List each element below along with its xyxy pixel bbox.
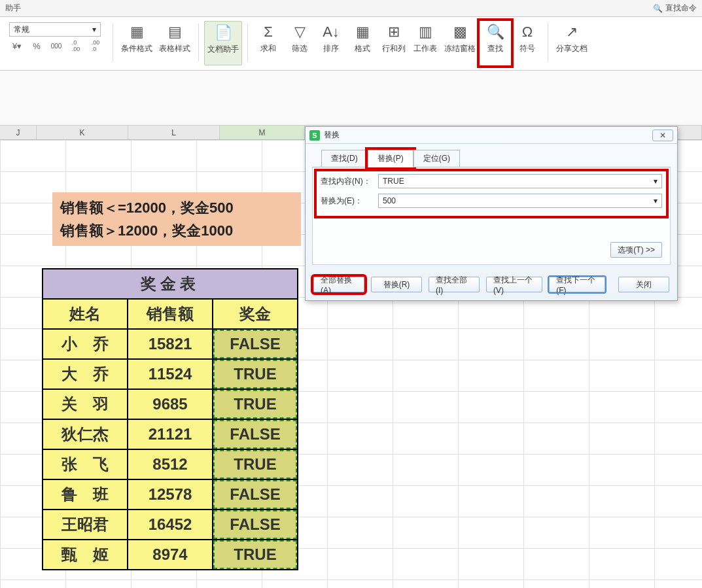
close-button[interactable]: ✕ bbox=[652, 130, 673, 141]
col-header-M[interactable]: M bbox=[220, 126, 305, 139]
col-header-J[interactable]: J bbox=[0, 126, 37, 139]
rule-line-2: 销售额＞12000，奖金1000 bbox=[60, 219, 293, 242]
tab-find[interactable]: 查找(D) bbox=[321, 150, 368, 167]
symbol-label: 符号 bbox=[519, 43, 535, 54]
cell-name[interactable]: 甄 姬 bbox=[43, 540, 128, 570]
format-button[interactable]: ▦ 格式 bbox=[347, 21, 377, 65]
find-button[interactable]: 🔍 查找 bbox=[480, 21, 511, 65]
cell-bonus[interactable]: TRUE bbox=[213, 389, 298, 419]
sort-label: 排序 bbox=[323, 43, 339, 54]
sort-button[interactable]: A↓ 排序 bbox=[316, 21, 346, 65]
conditional-format-label: 条件格式 bbox=[121, 43, 152, 54]
cell-bonus[interactable]: TRUE bbox=[213, 540, 298, 570]
replace-button[interactable]: 替换(R) bbox=[371, 277, 422, 292]
cell-bonus[interactable]: FALSE bbox=[213, 419, 298, 449]
cell-name[interactable]: 王昭君 bbox=[43, 510, 128, 540]
freeze-icon: ▩ bbox=[449, 22, 470, 42]
table-row: 王昭君 16452 FALSE bbox=[43, 510, 298, 540]
tab-goto[interactable]: 定位(G) bbox=[413, 150, 460, 167]
percent-button[interactable]: % bbox=[29, 39, 44, 52]
dialog-body: 查找内容(N)： TRUE ▾ 替换为(E)： 500 ▾ 选项(T) >> bbox=[312, 167, 671, 265]
dialog-actions: 全部替换(A) 替换(R) 查找全部(I) 查找上一个(V) 查找下一个(F) … bbox=[306, 270, 677, 300]
conditional-format-button[interactable]: ▦ 条件格式 bbox=[118, 21, 155, 65]
filter-label: 筛选 bbox=[292, 43, 307, 54]
cell-sales[interactable]: 15821 bbox=[128, 329, 213, 359]
cell-bonus[interactable]: FALSE bbox=[213, 329, 298, 359]
cell-sales[interactable]: 16452 bbox=[128, 510, 213, 540]
find-prev-button[interactable]: 查找上一个(V) bbox=[486, 277, 542, 292]
tab-replace[interactable]: 替换(P) bbox=[368, 150, 413, 167]
number-format-group: 常规 ▾ ¥▾ % 000 .0.00 .00.0 bbox=[5, 21, 107, 54]
cell-name[interactable]: 狄仁杰 bbox=[43, 419, 128, 449]
cell-name[interactable]: 张 飞 bbox=[43, 449, 128, 479]
replace-input[interactable]: 500 ▾ bbox=[378, 194, 662, 208]
cell-sales[interactable]: 8974 bbox=[128, 540, 213, 570]
title-bar: 助手 🔍 直找命令 bbox=[0, 0, 702, 17]
sum-icon: Σ bbox=[258, 22, 279, 42]
cell-bonus[interactable]: FALSE bbox=[213, 510, 298, 540]
find-all-button[interactable]: 查找全部(I) bbox=[429, 277, 480, 292]
replace-row: 替换为(E)： 500 ▾ bbox=[321, 194, 662, 208]
dialog-titlebar[interactable]: S 替换 ✕ bbox=[306, 127, 677, 144]
currency-button[interactable]: ¥▾ bbox=[9, 39, 25, 52]
ribbon: 常规 ▾ ¥▾ % 000 .0.00 .00.0 ▦ 条件格式 ▤ 表格样式 … bbox=[0, 17, 702, 71]
thousands-button[interactable]: 000 bbox=[48, 39, 64, 52]
col-header-L[interactable]: L bbox=[128, 126, 220, 139]
rules-banner: 销售额＜=12000，奖金500 销售额＞12000，奖金1000 bbox=[52, 192, 301, 246]
titlebar-left: 助手 bbox=[5, 3, 21, 14]
separator bbox=[548, 24, 548, 61]
header-sales: 销售额 bbox=[128, 299, 213, 329]
cell-name[interactable]: 小 乔 bbox=[43, 329, 128, 359]
find-row: 查找内容(N)： TRUE ▾ bbox=[321, 174, 662, 188]
cell-name[interactable]: 鲁 班 bbox=[43, 479, 128, 510]
bonus-table: 奖金表 姓名 销售额 奖金 小 乔 15821 FALSE 大 乔 11524 … bbox=[42, 268, 298, 570]
search-command[interactable]: 🔍 直找命令 bbox=[653, 3, 697, 14]
sum-button[interactable]: Σ 求和 bbox=[253, 21, 283, 65]
freeze-button[interactable]: ▩ 冻结窗格 bbox=[442, 21, 478, 65]
cell-sales[interactable]: 11524 bbox=[128, 359, 213, 389]
replace-all-button[interactable]: 全部替换(A) bbox=[313, 277, 364, 292]
doc-helper-label: 文档助手 bbox=[207, 44, 239, 55]
table-style-label: 表格样式 bbox=[159, 43, 190, 54]
close-dialog-button[interactable]: 关闭 bbox=[618, 277, 669, 292]
cell-sales[interactable]: 12578 bbox=[128, 479, 213, 510]
find-input[interactable]: TRUE ▾ bbox=[378, 174, 662, 188]
doc-helper-button[interactable]: 📄 文档助手 bbox=[204, 21, 242, 65]
bonus-title: 奖金表 bbox=[43, 269, 298, 299]
table-row: 关 羽 9685 TRUE bbox=[43, 389, 298, 419]
chevron-down-icon: ▾ bbox=[654, 196, 658, 205]
increase-decimal-button[interactable]: .00.0 bbox=[88, 39, 103, 52]
cell-sales[interactable]: 21121 bbox=[128, 419, 213, 449]
separator bbox=[113, 24, 113, 61]
share-button[interactable]: ↗ 分享文档 bbox=[553, 21, 590, 65]
filter-button[interactable]: ▽ 筛选 bbox=[285, 21, 315, 65]
col-header-K[interactable]: K bbox=[37, 126, 128, 139]
formula-bar-area bbox=[0, 71, 702, 126]
table-row: 张 飞 8512 TRUE bbox=[43, 449, 298, 479]
cell-bonus[interactable]: TRUE bbox=[213, 449, 298, 479]
cell-bonus[interactable]: TRUE bbox=[213, 359, 298, 389]
table-style-button[interactable]: ▤ 表格样式 bbox=[156, 21, 193, 65]
find-next-button[interactable]: 查找下一个(F) bbox=[549, 277, 605, 292]
dialog-tabs: 查找(D) 替换(P) 定位(G) bbox=[321, 149, 671, 167]
sheet-button[interactable]: ▥ 工作表 bbox=[410, 21, 440, 65]
header-name: 姓名 bbox=[43, 299, 128, 329]
replace-dialog: S 替换 ✕ 查找(D) 替换(P) 定位(G) 查找内容(N)： TRUE ▾… bbox=[305, 126, 678, 301]
find-value: TRUE bbox=[383, 177, 404, 186]
table-row: 小 乔 15821 FALSE bbox=[43, 329, 298, 359]
separator bbox=[198, 24, 199, 61]
number-format-select[interactable]: 常规 ▾ bbox=[9, 22, 101, 37]
rowcol-button[interactable]: ⊞ 行和列 bbox=[379, 21, 409, 65]
cell-sales[interactable]: 9685 bbox=[128, 389, 213, 419]
cell-name[interactable]: 大 乔 bbox=[43, 359, 128, 389]
decrease-decimal-button[interactable]: .0.00 bbox=[68, 39, 84, 52]
cell-sales[interactable]: 8512 bbox=[128, 449, 213, 479]
replace-label: 替换为(E)： bbox=[321, 196, 373, 207]
cell-name[interactable]: 关 羽 bbox=[43, 389, 128, 419]
options-button[interactable]: 选项(T) >> bbox=[610, 242, 662, 258]
rowcol-icon: ⊞ bbox=[383, 22, 404, 42]
separator bbox=[247, 24, 248, 61]
table-row: 甄 姬 8974 TRUE bbox=[43, 540, 298, 570]
symbol-button[interactable]: Ω 符号 bbox=[512, 21, 542, 65]
cell-bonus[interactable]: FALSE bbox=[213, 479, 298, 510]
